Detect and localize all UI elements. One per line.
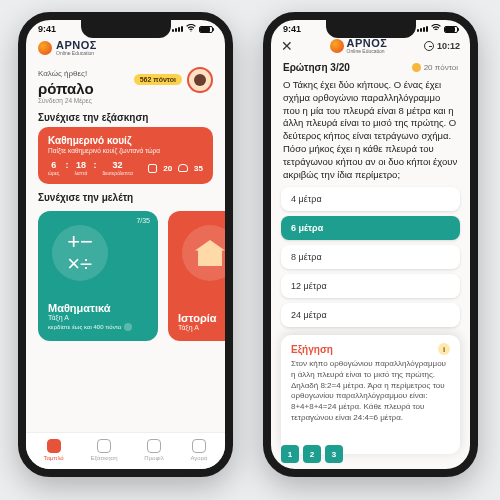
explanation-body: Στον κήπο ορθογώνιου παραλληλόγραμμου η … — [291, 359, 450, 424]
status-time: 9:41 — [283, 24, 301, 34]
brand-sub: Online Education — [347, 49, 388, 54]
subject-reward: κερδίστε έως και 400 πόντο — [48, 323, 148, 331]
subject-name: Ιστορία — [178, 312, 225, 324]
players-icon — [178, 164, 188, 172]
explanation-card: Εξήγηση i Στον κήπο ορθογώνιου παραλληλό… — [281, 335, 460, 454]
brand-sub: Online Education — [56, 51, 97, 56]
tab-practice[interactable]: Εξάσκηση — [91, 439, 118, 461]
streak-label: Σύνδεση 24 Μέρες — [26, 97, 225, 104]
wifi-icon — [186, 24, 196, 34]
lock-icon — [124, 323, 132, 331]
close-icon[interactable]: ✕ — [281, 38, 293, 54]
points-badge[interactable]: 562 πόντοι — [134, 74, 182, 85]
step-pager: 1 2 3 — [281, 445, 343, 463]
subject-cards-row[interactable]: 7/35 +−×÷ Μαθηματικά Τάξη Α κερδίστε έως… — [26, 207, 225, 345]
section-study-title: Συνέχισε την μελέτη — [26, 184, 225, 207]
clock-icon — [424, 41, 434, 51]
subject-grade: Τάξη Α — [48, 314, 148, 321]
practice-icon — [97, 439, 111, 453]
answer-option[interactable]: 24 μέτρα — [281, 303, 460, 327]
step-button[interactable]: 1 — [281, 445, 299, 463]
wifi-icon — [431, 24, 441, 34]
subject-card-history[interactable]: Ιστορία Τάξη Α — [168, 211, 225, 341]
question-points: 20 πόντοι — [412, 63, 458, 72]
quiz-subtitle: Παίξτε καθημερινό κουίζ ζωντανά τώρα — [48, 147, 203, 154]
profile-icon — [147, 439, 161, 453]
info-icon[interactable]: i — [438, 343, 450, 355]
tab-shop[interactable]: Αγορά — [190, 439, 207, 461]
quiz-countdown: 6ώρες : 18λεπτά : 32δευτερόλεπτα — [48, 160, 133, 176]
quiz-title: Καθημερινό κουίζ — [48, 135, 203, 146]
status-time: 9:41 — [38, 24, 56, 34]
step-button[interactable]: 3 — [325, 445, 343, 463]
math-icon: +−×÷ — [52, 225, 108, 281]
question-text: Ο Τάκης έχει δύο κήπους. Ο ένας έχει σχή… — [271, 77, 470, 187]
daily-quiz-card[interactable]: Καθημερινό κουίζ Παίξτε καθημερινό κουίζ… — [38, 127, 213, 184]
answer-option[interactable]: 8 μέτρα — [281, 245, 460, 269]
answer-option[interactable]: 4 μέτρα — [281, 187, 460, 211]
notch — [81, 20, 171, 38]
battery-icon — [444, 26, 458, 33]
history-icon — [182, 225, 225, 281]
quiz-stats: 20 35 — [148, 164, 203, 173]
coin-icon — [412, 63, 421, 72]
questions-icon — [148, 164, 157, 173]
username: ρόπαλο — [38, 80, 94, 97]
answer-option[interactable]: 12 μέτρα — [281, 274, 460, 298]
greeting-block: Καλώς ήρθες! ρόπαλο 562 πόντοι — [26, 60, 225, 97]
greeting-label: Καλώς ήρθες! — [38, 69, 87, 78]
battery-icon — [199, 26, 213, 33]
shop-icon — [192, 439, 206, 453]
avatar[interactable] — [187, 67, 213, 93]
tab-profile[interactable]: Προφίλ — [144, 439, 163, 461]
step-button[interactable]: 2 — [303, 445, 321, 463]
answer-option-selected[interactable]: 6 μέτρα — [281, 216, 460, 240]
subject-name: Μαθηματικά — [48, 302, 148, 314]
subject-card-math[interactable]: 7/35 +−×÷ Μαθηματικά Τάξη Α κερδίστε έως… — [38, 211, 158, 341]
tab-dashboard[interactable]: Ταμπλό — [43, 439, 63, 461]
signal-icon — [417, 26, 428, 32]
tab-bar: Ταμπλό Εξάσκηση Προφίλ Αγορά — [26, 432, 225, 469]
card-progress: 7/35 — [136, 217, 150, 224]
answers-list: 4 μέτρα 6 μέτρα 8 μέτρα 12 μέτρα 24 μέτρ… — [271, 187, 470, 327]
explanation-title: Εξήγηση — [291, 344, 333, 355]
subject-grade: Τάξη Α — [178, 324, 225, 331]
notch — [326, 20, 416, 38]
phone-quiz: 9:41 ✕ ΑΡΝΟΣ Online Education 10:12 Ερώτ… — [263, 12, 478, 477]
section-practice-title: Συνέχισε την εξάσκηση — [26, 104, 225, 127]
phone-home: 9:41 ΑΡΝΟΣ Online Education Καλώς ήρθες!… — [18, 12, 233, 477]
logo-icon — [330, 39, 344, 53]
dashboard-icon — [47, 439, 61, 453]
signal-icon — [172, 26, 183, 32]
question-number: Ερώτηση 3/20 — [283, 62, 350, 73]
quiz-timer: 10:12 — [424, 41, 460, 51]
question-header: Ερώτηση 3/20 20 πόντοι — [271, 58, 470, 77]
logo-icon — [38, 41, 52, 55]
